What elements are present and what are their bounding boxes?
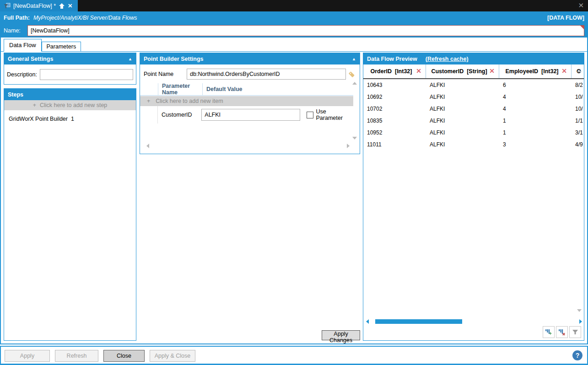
- column-header-employeeid[interactable]: EmployeeID [Int32] ✕: [499, 64, 572, 78]
- dataflow-icon: [4, 2, 11, 9]
- clear-filter-row-button[interactable]: [556, 326, 568, 338]
- preview-header: Data Flow Preview (Refresh cache): [363, 53, 584, 64]
- add-item-label: Click here to add new item: [156, 98, 223, 104]
- main-content: Data Flow Parameters General Settings ▲ …: [0, 38, 588, 344]
- help-icon[interactable]: ?: [572, 350, 583, 360]
- steps-panel: Steps + Click here to add new step GridW…: [4, 88, 136, 341]
- cell: 1: [499, 118, 572, 124]
- cell: 10/: [572, 94, 584, 100]
- name-label: Name:: [4, 27, 27, 34]
- grid-toolbar: [543, 326, 581, 338]
- cell: 10/: [572, 106, 584, 112]
- scroll-left-icon[interactable]: [146, 144, 149, 148]
- row-selector-gutter: [140, 83, 158, 95]
- remove-column-icon[interactable]: ✕: [416, 67, 421, 75]
- cell: 4: [499, 94, 572, 100]
- window-close-icon[interactable]: ✕: [578, 1, 584, 10]
- default-value-input[interactable]: [201, 109, 300, 121]
- add-step-row[interactable]: + Click here to add new step: [4, 100, 136, 110]
- column-header-customerid[interactable]: CustomerID [String] ✕: [426, 64, 499, 78]
- scroll-down-icon[interactable]: [577, 309, 582, 312]
- cell: ALFKI: [426, 129, 499, 136]
- column-parameter-name[interactable]: Parameter Name: [158, 83, 203, 95]
- apply-close-button[interactable]: Apply & Close: [150, 350, 195, 362]
- close-button[interactable]: Close: [103, 350, 145, 362]
- tab-data-flow[interactable]: Data Flow: [4, 39, 42, 52]
- data-flow-preview-panel: Data Flow Preview (Refresh cache) OrderI…: [363, 53, 584, 341]
- collapse-icon[interactable]: ▲: [352, 57, 356, 61]
- point-builder-header[interactable]: Point Builder Settings ▲: [140, 53, 360, 64]
- table-row[interactable]: 10835 ALFKI 1 1/1: [363, 115, 584, 127]
- column-header-label: EmployeeID [Int32]: [506, 68, 559, 75]
- parameter-name-cell[interactable]: CustomerID: [158, 112, 201, 118]
- footer-bar: Apply Refresh Close Apply & Close ?: [0, 346, 588, 365]
- point-name-label: Point Name: [144, 71, 187, 77]
- parameter-grid: Parameter Name Default Value + Click her…: [140, 83, 353, 123]
- page-tabs: Data Flow Parameters: [4, 39, 81, 52]
- cell: 6: [499, 82, 572, 88]
- remove-column-icon[interactable]: ✕: [561, 67, 567, 75]
- table-row[interactable]: 10952 ALFKI 1 3/1: [363, 127, 584, 139]
- table-row[interactable]: 10702 ALFKI 4 10/: [363, 103, 584, 115]
- full-path-row: Full Path: MyProject/AnalytiX/BI Server/…: [0, 11, 588, 24]
- scrollbar-thumb[interactable]: [375, 319, 462, 324]
- cell: ALFKI: [426, 94, 499, 100]
- name-input[interactable]: [27, 25, 584, 36]
- plus-icon: +: [33, 102, 36, 108]
- table-row[interactable]: 11011 ALFKI 3 4/9: [363, 139, 584, 150]
- parameter-row: CustomerID Use Parameter: [140, 106, 353, 123]
- scroll-up-icon[interactable]: [352, 82, 357, 85]
- preview-title: Data Flow Preview: [367, 56, 417, 62]
- step-item[interactable]: GridWorX Point Builder 1: [4, 110, 136, 128]
- preview-table-header: OrderID [Int32] ✕ CustomerID [String] ✕ …: [363, 64, 584, 79]
- tab-parameters[interactable]: Parameters: [42, 42, 81, 52]
- general-settings-header[interactable]: General Settings ▲: [4, 53, 136, 64]
- doc-type-badge: [DATA FLOW]: [547, 15, 584, 21]
- apply-changes-button[interactable]: Apply Changes: [322, 330, 360, 340]
- document-tab-title: [NewDataFlow] *: [13, 3, 56, 9]
- cell: 3/1: [572, 129, 584, 136]
- column-default-value[interactable]: Default Value: [203, 83, 353, 95]
- cell: 10835: [363, 118, 426, 124]
- scroll-down-icon[interactable]: [352, 137, 357, 140]
- promote-arrow-icon[interactable]: [59, 3, 65, 9]
- document-tab[interactable]: [NewDataFlow] * ✕: [0, 0, 78, 11]
- scroll-left-icon[interactable]: [366, 319, 369, 324]
- add-filter-row-button[interactable]: [543, 326, 555, 338]
- cell: 10692: [363, 94, 426, 100]
- cell: 1: [499, 129, 572, 136]
- cell: ALFKI: [426, 106, 499, 112]
- scroll-right-icon[interactable]: [347, 144, 350, 148]
- steps-title: Steps: [8, 91, 23, 98]
- modified-flag-icon: [580, 26, 584, 29]
- full-path-value: MyProject/AnalytiX/BI Server/Data Flows: [33, 15, 137, 21]
- add-item-row[interactable]: + Click here to add new item: [140, 96, 353, 106]
- cell: 10702: [363, 106, 426, 112]
- table-row[interactable]: 10692 ALFKI 4 10/: [363, 91, 584, 103]
- plus-icon: +: [147, 98, 150, 104]
- column-header-orderid[interactable]: OrderID [Int32] ✕: [363, 64, 426, 78]
- horizontal-scrollbar[interactable]: [364, 319, 577, 324]
- name-row: Name:: [0, 24, 588, 38]
- remove-column-icon[interactable]: ✕: [489, 67, 495, 75]
- point-name-input[interactable]: [187, 69, 346, 80]
- refresh-button[interactable]: Refresh: [55, 350, 98, 362]
- tag-browser-icon[interactable]: [346, 69, 357, 79]
- filter-button[interactable]: [569, 326, 581, 338]
- row-selector-cell[interactable]: [140, 106, 158, 123]
- document-tab-close-icon[interactable]: ✕: [68, 2, 72, 9]
- description-input[interactable]: [40, 69, 133, 80]
- scroll-right-icon[interactable]: [579, 319, 582, 324]
- refresh-cache-link[interactable]: (Refresh cache): [426, 56, 469, 62]
- cell: ALFKI: [426, 118, 499, 124]
- apply-button[interactable]: Apply: [5, 350, 50, 362]
- scroll-up-icon[interactable]: [577, 70, 582, 72]
- cell: 4: [499, 106, 572, 112]
- collapse-icon[interactable]: ▲: [128, 57, 132, 61]
- table-row[interactable]: 10643 ALFKI 6 8/2: [363, 79, 584, 91]
- use-parameter-checkbox[interactable]: [307, 112, 313, 118]
- point-builder-title: Point Builder Settings: [144, 56, 204, 62]
- cell: 10643: [363, 82, 426, 88]
- document-tabstrip: [NewDataFlow] * ✕ ✕: [0, 0, 588, 11]
- document-header: Full Path: MyProject/AnalytiX/BI Server/…: [0, 11, 588, 38]
